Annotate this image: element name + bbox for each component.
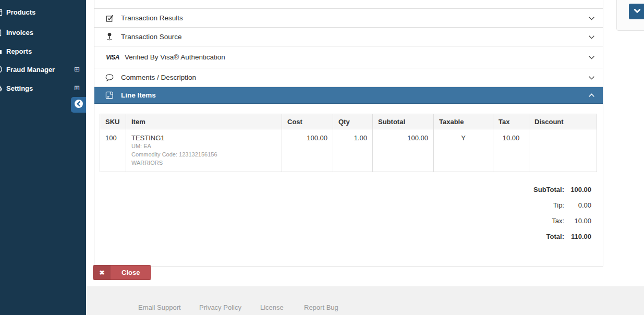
footer-link-report-bug[interactable]: Report Bug — [304, 304, 338, 311]
section-label: Transaction Results — [121, 14, 183, 22]
cell-item: TESTING1 UM: EA Commodity Code: 12313215… — [126, 129, 282, 172]
fraud-shield-icon — [0, 65, 3, 74]
panel-toggle-button[interactable] — [629, 4, 644, 19]
app-window: Products Invoices Reports Fraud Manager … — [0, 0, 644, 315]
tax-label: Tax: — [552, 217, 564, 225]
sidebar-item-label: Invoices — [6, 29, 33, 37]
item-um: UM: EA — [131, 142, 276, 150]
footer-link-privacy-policy[interactable]: Privacy Policy — [199, 304, 241, 311]
sidebar-collapse-button[interactable] — [71, 97, 86, 113]
col-header-item: Item — [126, 114, 282, 129]
table-row: 100 TESTING1 UM: EA Commodity Code: 1231… — [100, 129, 597, 172]
totals-block: SubTotal: 100.00 Tip: 0.00 Tax: 10.00 To… — [94, 186, 591, 248]
total-line: Total: 110.00 — [94, 233, 591, 248]
speech-bubble-icon — [104, 74, 115, 81]
main-content: Transaction Results Transaction Source V… — [86, 0, 644, 315]
tip-label: Tip: — [553, 201, 564, 209]
tip-value: 0.00 — [568, 201, 591, 209]
cell-tax: 10.00 — [493, 129, 529, 172]
section-verified-by-visa[interactable]: VISA Verified By Visa® Authentication — [94, 46, 603, 68]
chevron-down-icon — [588, 54, 596, 61]
section-label: Line Items — [121, 91, 156, 99]
subtotal-value: 100.00 — [568, 186, 591, 193]
table-header-row: SKU Item Cost Qty Subtotal Taxable Tax D… — [100, 114, 597, 129]
reports-chart-icon — [0, 47, 3, 55]
expand-plus-icon[interactable]: ⊞ — [74, 84, 80, 92]
sidebar-item-products[interactable]: Products — [0, 7, 86, 17]
quick-actions-panel — [616, 0, 644, 31]
sidebar-item-label: Fraud Manager — [6, 66, 55, 74]
section-transaction-source[interactable]: Transaction Source — [94, 28, 603, 46]
col-header-taxable: Taxable — [434, 114, 493, 129]
close-button-label: Close — [111, 265, 151, 280]
footer-link-email-support[interactable]: Email Support — [138, 304, 181, 311]
chevron-down-bold-icon — [634, 7, 641, 16]
subtotal-label: SubTotal: — [533, 186, 564, 193]
section-line-items[interactable]: Line Items — [94, 87, 603, 104]
circle-arrow-left-icon — [74, 99, 83, 111]
section-transaction-results[interactable]: Transaction Results — [94, 9, 603, 28]
accordion-section-partial — [94, 0, 603, 9]
section-label: Transaction Source — [121, 33, 182, 41]
tax-line: Tax: 10.00 — [94, 217, 591, 233]
footer-link-license[interactable]: License — [260, 304, 284, 311]
line-items-table: SKU Item Cost Qty Subtotal Taxable Tax D… — [100, 114, 597, 172]
products-box-icon — [0, 8, 3, 16]
col-header-tax: Tax — [493, 114, 529, 129]
sidebar-item-settings[interactable]: Settings ⊞ — [0, 83, 86, 93]
sidebar-item-reports[interactable]: Reports — [0, 46, 86, 56]
section-label: Comments / Description — [121, 74, 196, 81]
checkbox-checked-icon — [104, 14, 115, 22]
section-label: Verified By Visa® Authentication — [125, 53, 225, 61]
col-header-subtotal: Subtotal — [373, 114, 434, 129]
visa-logo: VISA — [104, 54, 121, 61]
chevron-down-icon — [588, 15, 596, 22]
cell-subtotal: 100.00 — [373, 129, 434, 172]
col-header-cost: Cost — [282, 114, 333, 129]
col-header-discount: Discount — [529, 114, 597, 129]
package-icon — [104, 91, 115, 100]
cell-sku: 100 — [100, 129, 126, 172]
sidebar-item-fraud-manager[interactable]: Fraud Manager ⊞ — [0, 64, 86, 75]
tip-line: Tip: 0.00 — [94, 201, 591, 217]
section-comments-description[interactable]: Comments / Description — [94, 68, 603, 87]
sidebar-item-invoices[interactable]: Invoices — [0, 27, 86, 38]
close-button[interactable]: ✖ Close — [93, 265, 151, 280]
item-commodity-code: Commodity Code: 123132156156 — [131, 150, 276, 159]
line-items-panel: SKU Item Cost Qty Subtotal Taxable Tax D… — [94, 114, 603, 266]
item-name: TESTING1 — [131, 134, 276, 142]
footer: Email Support Privacy Policy License Rep… — [86, 286, 644, 315]
chevron-up-icon — [588, 92, 596, 99]
tax-value: 10.00 — [568, 217, 591, 225]
total-label: Total: — [546, 233, 564, 240]
sidebar-item-label: Settings — [6, 84, 33, 92]
sidebar-item-label: Reports — [6, 47, 32, 55]
cell-discount — [529, 129, 597, 172]
total-value: 110.00 — [568, 233, 591, 240]
sidebar: Products Invoices Reports Fraud Manager … — [0, 0, 86, 315]
col-header-qty: Qty — [333, 114, 373, 129]
cell-cost: 100.00 — [282, 129, 333, 172]
cell-taxable: Y — [434, 129, 493, 172]
transaction-detail-accordion: Transaction Results Transaction Source V… — [94, 0, 603, 266]
cell-qty: 1.00 — [333, 129, 373, 172]
col-header-sku: SKU — [100, 114, 126, 129]
expand-plus-icon[interactable]: ⊞ — [74, 65, 80, 74]
joystick-icon — [104, 32, 115, 41]
subtotal-line: SubTotal: 100.00 — [94, 186, 591, 201]
settings-wrench-icon — [0, 84, 3, 92]
chevron-down-icon — [588, 74, 596, 81]
close-x-icon: ✖ — [93, 265, 111, 280]
chevron-down-icon — [588, 33, 596, 41]
item-extra: WARRIORS — [131, 159, 276, 167]
invoices-file-icon — [0, 28, 3, 37]
sidebar-item-label: Products — [6, 8, 35, 16]
